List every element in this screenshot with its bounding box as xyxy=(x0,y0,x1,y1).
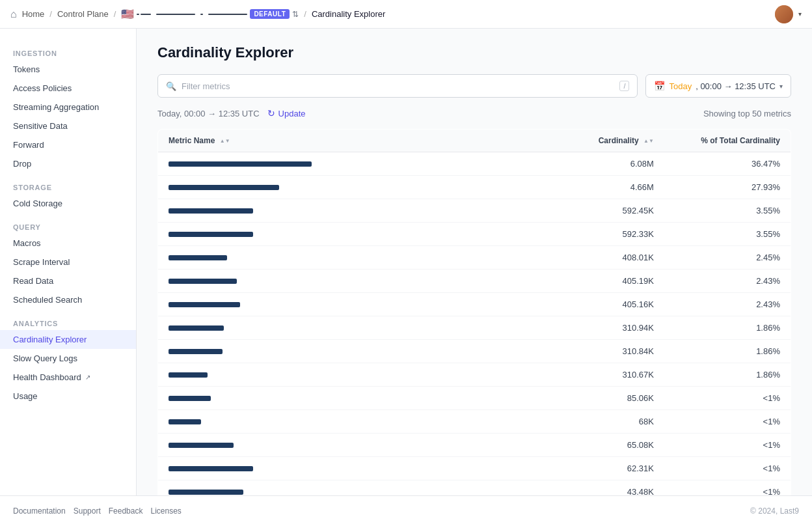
sort-icon-metric[interactable]: ▲▼ xyxy=(220,139,230,144)
metric-bar xyxy=(169,325,224,331)
bottom-footer: Documentation Support Feedback Licenses … xyxy=(0,495,812,526)
cardinality-cell: 405.16K xyxy=(506,293,664,316)
env-lines xyxy=(137,14,247,15)
sidebar-item-read-data[interactable]: Read Data xyxy=(0,271,136,290)
sidebar-item-slow-query-logs[interactable]: Slow Query Logs xyxy=(0,349,136,368)
avatar-image xyxy=(775,5,793,23)
metric-name-cell xyxy=(158,410,506,434)
cardinality-cell: 65.08K xyxy=(506,434,664,457)
pct-cell: <1% xyxy=(664,434,791,457)
metric-bar xyxy=(169,490,243,495)
cardinality-cell: 68K xyxy=(506,410,664,434)
sort-icon-cardinality[interactable]: ▲▼ xyxy=(643,139,654,144)
metric-bar xyxy=(169,302,240,307)
breadcrumb-sep-2: / xyxy=(114,9,116,19)
sidebar-item-usage[interactable]: Usage xyxy=(0,387,136,406)
footer-licenses[interactable]: Licenses xyxy=(150,506,181,516)
sidebar-item-cold-storage[interactable]: Cold Storage xyxy=(0,194,136,213)
sidebar-item-health-dashboard[interactable]: Health Dashboard ↗ xyxy=(0,368,136,387)
sidebar-item-forward[interactable]: Forward xyxy=(0,135,136,154)
today-text: Today xyxy=(669,81,692,91)
refresh-icon: ↻ xyxy=(267,108,275,118)
metric-name-cell xyxy=(158,199,506,223)
col-metric-name[interactable]: Metric Name ▲▼ xyxy=(158,130,506,152)
pct-cell: <1% xyxy=(664,457,791,480)
table-row[interactable]: 65.08K<1% xyxy=(158,434,791,457)
sidebar-item-scheduled-search[interactable]: Scheduled Search xyxy=(0,290,136,309)
table-row[interactable]: 85.06K<1% xyxy=(158,387,791,410)
calendar-icon: 📅 xyxy=(654,81,665,91)
table-row[interactable]: 405.16K2.43% xyxy=(158,293,791,316)
metric-name-cell xyxy=(158,434,506,457)
metric-name-cell xyxy=(158,387,506,410)
metric-name-cell xyxy=(158,293,506,316)
table-row[interactable]: 68K<1% xyxy=(158,410,791,434)
sidebar-item-drop[interactable]: Drop xyxy=(0,154,136,173)
sidebar-item-tokens[interactable]: Tokens xyxy=(0,60,136,79)
table-row[interactable]: 310.67K1.86% xyxy=(158,363,791,387)
sidebar-item-streaming-aggregation[interactable]: Streaming Aggregation xyxy=(0,98,136,117)
metric-name-cell xyxy=(158,316,506,340)
filter-input[interactable] xyxy=(182,81,614,91)
table-row[interactable]: 408.01K2.45% xyxy=(158,246,791,270)
update-button[interactable]: ↻ Update xyxy=(267,108,306,118)
user-menu-chevron[interactable]: ▾ xyxy=(798,10,802,18)
table-row[interactable]: 62.31K<1% xyxy=(158,457,791,480)
metric-name-cell xyxy=(158,480,506,496)
sidebar-item-cardinality-explorer[interactable]: Cardinality Explorer xyxy=(0,330,136,349)
sidebar-item-access-policies[interactable]: Access Policies xyxy=(0,79,136,98)
table-row[interactable]: 592.45K3.55% xyxy=(158,199,791,223)
metric-name-cell xyxy=(158,176,506,199)
sidebar-item-scrape-interval[interactable]: Scrape Interval xyxy=(0,253,136,271)
cardinality-cell: 6.08M xyxy=(506,152,664,176)
cardinality-cell: 62.31K xyxy=(506,457,664,480)
env-badge: DEFAULT xyxy=(250,9,290,19)
breadcrumb-control-plane[interactable]: Control Plane xyxy=(57,9,109,19)
update-label: Update xyxy=(278,109,306,118)
footer-documentation[interactable]: Documentation xyxy=(13,506,66,516)
cardinality-cell: 592.33K xyxy=(506,223,664,246)
cardinality-cell: 85.06K xyxy=(506,387,664,410)
footer-feedback[interactable]: Feedback xyxy=(109,506,143,516)
table-row[interactable]: 43.48K<1% xyxy=(158,480,791,496)
footer-support[interactable]: Support xyxy=(74,506,101,516)
metric-bar xyxy=(169,255,227,260)
env-flag: 🇺🇸 xyxy=(121,8,134,20)
page-title: Cardinality Explorer xyxy=(157,44,791,61)
metric-bar xyxy=(169,466,253,471)
table-row[interactable]: 592.33K3.55% xyxy=(158,223,791,246)
cardinality-cell: 592.45K xyxy=(506,199,664,223)
col-cardinality[interactable]: Cardinality ▲▼ xyxy=(506,130,664,152)
table-row[interactable]: 310.94K1.86% xyxy=(158,316,791,340)
ingestion-section-label: INGESTION xyxy=(0,44,136,60)
env-chevron[interactable]: ⇅ xyxy=(292,10,299,19)
main-layout: INGESTION Tokens Access Policies Streami… xyxy=(0,29,812,495)
metric-name-cell xyxy=(158,223,506,246)
date-picker[interactable]: 📅 Today , 00:00 → 12:35 UTC ▾ xyxy=(645,74,791,98)
topnav-right: ▾ xyxy=(775,5,802,23)
table-row[interactable]: 6.08M36.47% xyxy=(158,152,791,176)
pct-cell: 1.86% xyxy=(664,316,791,340)
metric-bar xyxy=(169,396,211,401)
pct-cell: <1% xyxy=(664,480,791,496)
filter-bar: 🔍 / 📅 Today , 00:00 → 12:35 UTC ▾ xyxy=(157,74,791,98)
user-avatar[interactable] xyxy=(775,5,793,23)
filter-input-wrap[interactable]: 🔍 / xyxy=(157,74,638,98)
time-label: Today, 00:00 → 12:35 UTC xyxy=(157,109,260,118)
table-row[interactable]: 405.19K2.43% xyxy=(158,270,791,293)
metric-bar xyxy=(169,208,253,214)
sidebar-item-macros[interactable]: Macros xyxy=(0,234,136,253)
main-content: Cardinality Explorer 🔍 / 📅 Today , 00:00… xyxy=(137,29,812,495)
env-selector[interactable]: 🇺🇸 DEFAULT ⇅ xyxy=(121,8,299,20)
table-row[interactable]: 4.66M27.93% xyxy=(158,176,791,199)
table-row[interactable]: 310.84K1.86% xyxy=(158,340,791,363)
pct-cell: <1% xyxy=(664,387,791,410)
metric-name-cell xyxy=(158,363,506,387)
cardinality-cell: 310.94K xyxy=(506,316,664,340)
sidebar-item-sensitive-data[interactable]: Sensitive Data xyxy=(0,117,136,135)
metric-bar xyxy=(169,443,234,448)
cardinality-cell: 310.67K xyxy=(506,363,664,387)
search-icon: 🔍 xyxy=(166,81,176,91)
home-label[interactable]: Home xyxy=(22,9,45,19)
col-pct: % of Total Cardinality xyxy=(664,130,791,152)
